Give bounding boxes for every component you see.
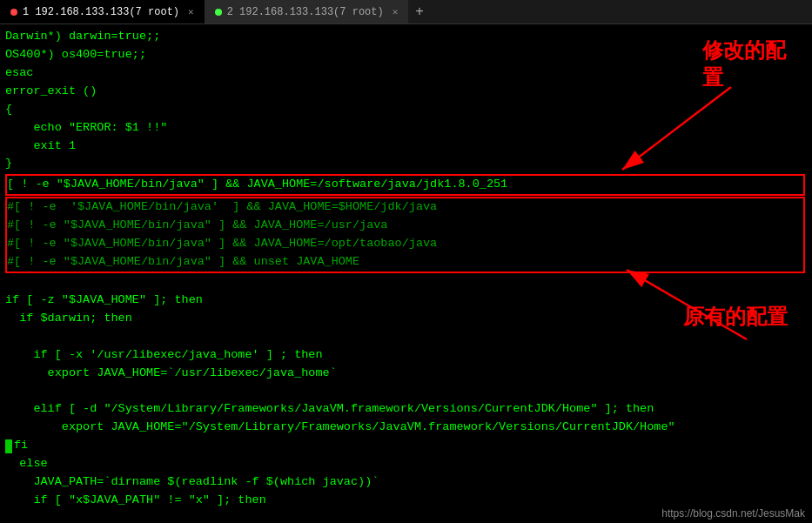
line-8: } xyxy=(5,155,807,173)
tab-2[interactable]: 2 192.168.133.133(7 root) ✕ xyxy=(205,0,409,23)
line-5: { xyxy=(5,101,807,119)
tab-2-close[interactable]: ✕ xyxy=(393,6,399,17)
line-elif: elif [ -d "/System/Library/Frameworks/Ja… xyxy=(5,400,807,419)
comment-line-3: #[ ! -e "$JAVA_HOME/bin/java" ] && JAVA_… xyxy=(7,235,803,253)
line-2: OS400*) os400=true;; xyxy=(5,46,807,64)
blank-1 xyxy=(5,273,807,292)
original-config-box: #[ ! -e '$JAVA_HOME/bin/java' ] && JAVA_… xyxy=(5,197,805,273)
line-4: error_exit () xyxy=(5,83,807,101)
line-6: echo "ERROR: $1 !!" xyxy=(5,119,807,137)
annotation-modified: 修改的配置 xyxy=(702,37,786,91)
tab-2-label: 2 192.168.133.133(7 root) xyxy=(227,6,384,18)
fi-line-row: fi xyxy=(5,437,807,455)
tab-1-close[interactable]: ✕ xyxy=(188,6,194,17)
comment-line-2: #[ ! -e "$JAVA_HOME/bin/java" ] && JAVA_… xyxy=(7,217,803,235)
terminal: Darwin*) darwin=true;; OS400*) os400=tru… xyxy=(0,24,812,523)
tab-bar: 1 192.168.133.133(7 root) ✕ 2 192.168.13… xyxy=(0,0,812,24)
cursor-block xyxy=(5,439,12,453)
line-fi: fi xyxy=(14,437,28,455)
highlight-line: [ ! -e "$JAVA_HOME/bin/java" ] && JAVA_H… xyxy=(7,176,803,194)
line-export-system: export JAVA_HOME="/System/Library/Framew… xyxy=(5,419,807,437)
tab-1-label: 1 192.168.133.133(7 root) xyxy=(23,6,179,18)
line-libexec: if [ -x '/usr/libexec/java_home' ] ; the… xyxy=(5,346,807,365)
line-export-libexec: export JAVA_HOME=`/usr/libexec/java_home… xyxy=(5,365,807,383)
line-3: esac xyxy=(5,64,807,83)
modified-config-box: [ ! -e "$JAVA_HOME/bin/java" ] && JAVA_H… xyxy=(5,174,805,196)
tab-1[interactable]: 1 192.168.133.133(7 root) ✕ xyxy=(0,0,205,23)
line-7: exit 1 xyxy=(5,137,807,156)
tab-dot-inactive xyxy=(215,9,222,16)
line-javapath: JAVA_PATH=`dirname $(readlink -f $(which… xyxy=(5,473,807,492)
tab-add-button[interactable]: + xyxy=(408,0,431,23)
line-1: Darwin*) darwin=true;; xyxy=(5,28,807,46)
blank-3 xyxy=(5,383,807,401)
footer-url: https://blog.csdn.net/JesusMak xyxy=(661,507,805,520)
tab-dot-active xyxy=(10,9,17,16)
comment-line-1: #[ ! -e '$JAVA_HOME/bin/java' ] && JAVA_… xyxy=(7,198,803,217)
comment-line-4: #[ ! -e "$JAVA_HOME/bin/java" ] && unset… xyxy=(7,253,803,272)
blank-2 xyxy=(5,328,807,346)
line-else: else xyxy=(5,455,807,473)
annotation-original: 原有的配置 xyxy=(683,303,788,330)
